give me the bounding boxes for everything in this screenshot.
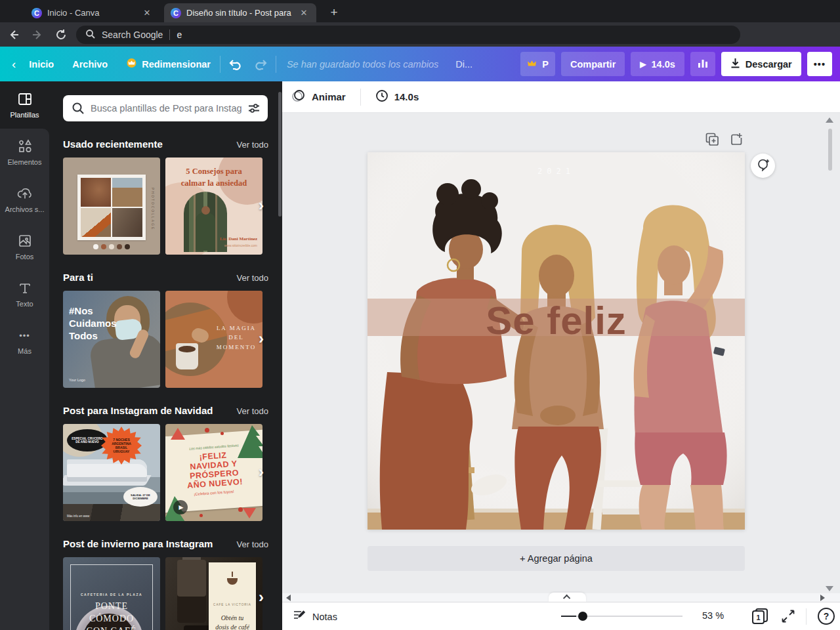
design-page[interactable]: 2021 Se feliz [368,152,745,530]
browser-tab-home[interactable]: C Inicio - Canva ✕ [25,3,159,22]
scroll-up-arrow[interactable] [826,117,833,123]
header-divider [220,56,220,73]
collage-card [77,175,146,240]
sidebar-item-archivos[interactable]: Archivos s... [0,176,49,223]
back-icon[interactable] [4,25,24,45]
sidebar-item-label: Fotos [16,253,34,261]
template-ponte-comodo[interactable]: CAFETERIA DE LA PLAZA PONTE CÓMODO CON C… [63,557,160,630]
menu-inicio[interactable]: Inicio [20,59,63,70]
duration-value: 14.0s [394,91,419,102]
template-feliz-navidad[interactable]: Los más cálidos saludos festivos ¡FELIZ … [165,424,262,521]
animate-button[interactable]: Animar [282,89,355,104]
zoom-level[interactable]: 53 % [702,610,724,621]
tab-close-icon[interactable]: ✕ [141,7,153,19]
template-row: CAFETERIA DE LA PLAZA PONTE CÓMODO CON C… [63,557,282,630]
comment-button[interactable] [751,154,775,178]
help-button[interactable]: ? [818,608,835,625]
add-page-icon[interactable] [730,133,744,149]
sidebar-item-plantillas[interactable]: Plantillas [0,81,49,129]
pro-button[interactable]: P [520,52,555,76]
ver-todo-link[interactable]: Ver todo [237,406,268,416]
design-headline[interactable]: Se feliz [368,298,745,343]
timeline-expand-tab[interactable] [549,593,586,602]
template-badge-text: ESPECIAL CRUCERO DE AÑO NUEVO [67,429,108,452]
insights-button[interactable] [690,52,715,76]
bar-chart-icon [698,58,708,70]
template-title-text: 5 Consejos para calmar la ansiedad [165,165,262,189]
resize-label: Redimensionar [142,59,211,70]
statusbar-divider [806,608,807,625]
browser-tab-design[interactable]: C Diseño sin título - Post para ✕ [164,3,316,22]
notes-button[interactable]: Notas [293,602,337,630]
play-button[interactable]: ▶ 14.0s [631,52,684,76]
new-tab-button[interactable]: + [326,4,343,21]
template-title-text: PONTE CÓMODO CON CAFÉ [63,600,160,630]
sidebar-item-mas[interactable]: ••• Más [0,318,49,365]
redo-icon[interactable] [252,54,272,74]
resize-button[interactable]: Redimensionar [117,58,220,70]
vertical-scrollbar-thumb[interactable] [828,129,832,171]
forward-icon[interactable] [28,25,47,45]
page-indicator[interactable]: 1 [752,608,769,625]
ver-todo-link[interactable]: Ver todo [237,539,268,549]
sidebar-item-elementos[interactable]: Elementos [0,129,49,176]
row-next-chevron-icon[interactable]: › [259,330,264,347]
duration-button[interactable]: 14.0s [366,89,429,104]
menu-archivo[interactable]: Archivo [63,59,117,70]
template-nos-cuidamos[interactable]: #Nos Cuidamos Todos Your Logo [63,291,160,388]
canvas-workspace: 2021 Se feliz + Agregar página [282,113,840,593]
design-year-text[interactable]: 2021 [368,167,745,176]
row-next-chevron-icon[interactable]: › [259,197,264,214]
templates-icon [17,91,33,107]
share-button[interactable]: Compartir [561,52,625,76]
section-title: Post de invierno para Instagram [63,538,213,549]
more-options-button[interactable]: ••• [807,52,832,76]
tab-close-icon[interactable]: ✕ [298,7,310,19]
template-la-magia[interactable]: LA MAGIA DEL MOMENTO [165,291,262,388]
add-page-button[interactable]: + Agregar página [368,546,745,571]
search-icon [85,29,95,41]
panel-scrollbar-thumb[interactable] [278,92,282,217]
template-author-text: Lic. Dani Martinez [220,236,257,242]
comment-plus-icon [757,158,770,174]
page-actions [705,133,744,149]
canva-app-window: C Inicio - Canva ✕ C Diseño sin título -… [0,0,840,630]
template-ansiedad[interactable]: 5 Consejos para calmar la ansiedad Lic. … [165,158,262,255]
palette-dots [93,244,130,249]
template-row: PHOTOCOLLAGE 5 Consejos para calmar la a… [63,158,282,255]
template-photocollage[interactable]: PHOTOCOLLAGE [63,158,160,255]
download-button[interactable]: Descargar [721,52,801,76]
address-bar[interactable]: Search Google e [76,26,740,44]
ver-todo-link[interactable]: Ver todo [237,140,268,150]
animate-label: Animar [312,91,346,102]
ver-todo-link[interactable]: Ver todo [237,273,268,283]
template-title-text: Obtén tu dosis de café [209,614,256,630]
section-title: Usado recientemente [63,138,163,150]
template-crucero[interactable]: ESPECIAL CRUCERO DE AÑO NUEVO 7 NOCHES A… [63,424,160,521]
template-row: #Nos Cuidamos Todos Your Logo LA MAGIA D… [63,291,282,388]
filter-icon[interactable] [247,102,261,117]
sidebar-item-label: Elementos [8,158,42,166]
clock-icon [375,89,388,104]
template-badge-text: SALIDA: 27 DE DICIEMBRE [123,487,158,507]
search-input[interactable] [63,95,268,121]
current-page-number: 1 [752,610,765,624]
scroll-left-arrow[interactable] [286,595,291,601]
browser-toolbar: Search Google e Incognito ⋮ [0,22,840,47]
scroll-down-arrow[interactable] [826,586,833,591]
canva-favicon: C [32,8,42,18]
scroll-right-arrow[interactable] [820,595,825,601]
duplicate-page-icon[interactable] [705,133,719,149]
zoom-slider-thumb[interactable] [578,612,587,621]
undo-icon[interactable] [224,54,244,74]
row-next-chevron-icon[interactable]: › [259,463,264,480]
section-header: Para ti Ver todo [63,272,268,283]
reload-icon[interactable] [51,25,71,45]
row-next-chevron-icon[interactable]: › [259,589,264,606]
template-dosis-cafe[interactable]: CAFE LA VICTORIA Obtén tu dosis de café [165,557,262,630]
back-to-home-icon[interactable]: ‹ [0,57,20,72]
sidebar-item-fotos[interactable]: Fotos [0,223,49,270]
fullscreen-button[interactable] [781,609,795,626]
video-play-badge: ▶ [173,500,188,514]
sidebar-item-texto[interactable]: Texto [0,270,49,318]
